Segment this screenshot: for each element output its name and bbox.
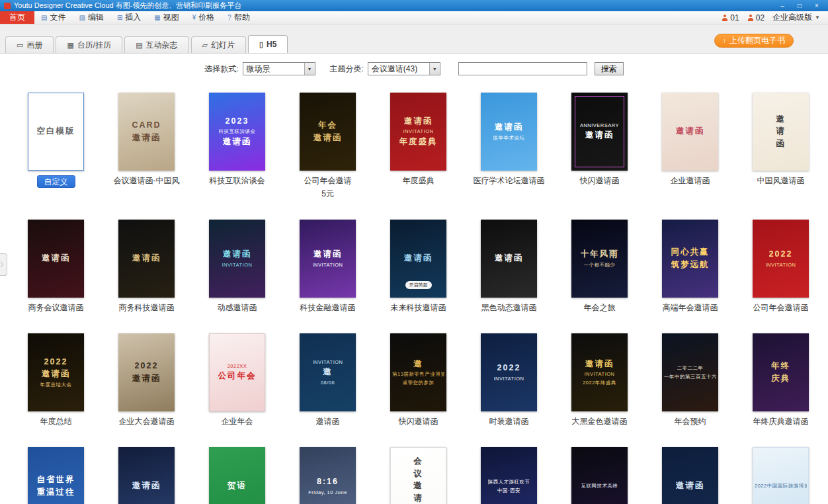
template-thumbnail-text: 会议邀请函 [391,448,446,504]
category-select-value: 会议邀请(43) [372,63,417,75]
template-thumbnail-text: 邀请函 [118,447,175,504]
template-thumbnail[interactable]: 2022INVITATION [481,333,537,411]
search-button[interactable]: 搜索 [595,62,624,75]
user-badge-2[interactable]: 02 [747,13,765,22]
template-thumbnail[interactable]: 陕西人才游狂欢节中国·西安 [481,447,537,504]
template-label: 年度盛典 [373,175,464,187]
template-thumbnail[interactable]: 邀请函 开启简篇 [390,220,446,298]
search-input[interactable] [458,62,587,75]
template-thumbnail[interactable]: 年终庆典 [753,333,809,411]
account-menu[interactable]: 企业高级版 ▼ [772,12,820,23]
template-card: 8:16Friday, 10 June [300,447,356,504]
tabstrip: ▭ 画册 ▦ 台历/挂历 ▤ 互动杂志 ▱ 幻灯片 ▯ H5 ↑ 上传翻页电子书 [0,24,828,54]
menu-insert[interactable]: ⊞ 插入 [110,11,147,24]
template-thumbnail[interactable]: 贺语 [209,447,265,504]
template-thumbnail[interactable]: 邀请函 [118,447,175,504]
template-thumbnail[interactable]: 2022中国国际旅游博览会 [753,447,809,504]
template-thumbnail[interactable]: 二零二二年一年中的第三百五十六天 [662,333,718,411]
template-thumbnail[interactable]: INVITATION邀08/06 [300,333,356,411]
template-thumbnail[interactable]: 邀请函 [662,447,718,504]
template-thumbnail[interactable]: ANNIVERSARY邀请函 [571,93,628,171]
template-thumbnail[interactable]: 邀第13届新零售产业博览会诚挚您的参加 [390,333,446,411]
template-thumbnail[interactable]: 邀请函INVITATION [300,220,356,298]
template-label: 快闪邀请函 [373,416,464,427]
template-thumbnail-text: 空白模版 [28,93,83,170]
template-thumbnail-text: 2022邀请函年度总结大会 [28,333,84,411]
template-thumbnail-text: 邀请函 [481,220,537,298]
template-thumbnail[interactable]: 邀请函医学学术论坛 [481,93,537,171]
template-thumbnail-text: 互联网技术高峰 [571,447,628,504]
template-card: 同心共赢筑梦远航 高端年会邀请函 [662,220,718,314]
template-thumbnail[interactable]: 邀请函 [118,220,175,298]
help-icon: ? [228,14,231,21]
window-title: Youtu Designer Creative Cloud 有图-领先的创意、营… [14,1,778,11]
template-card: 自省世界重温过往 [28,447,84,504]
template-thumbnail[interactable]: 2022XX公司年会 [209,333,265,411]
template-thumbnail-text: 2022邀请函 [118,333,175,411]
template-label: 商务会议邀请函 [11,302,101,314]
tab-calendar[interactable]: ▦ 台历/挂历 [56,36,122,53]
account-label: 企业高级版 [772,12,812,23]
template-label: 年会之旅 [554,302,645,314]
maximize-button[interactable]: □ [795,2,804,9]
template-thumbnail-text: INVITATION邀08/06 [300,333,356,411]
sidebar-collapse-handle[interactable]: 〉 [0,253,7,276]
template-thumbnail[interactable]: 2022INVITATION [753,220,809,298]
menu-help[interactable]: ? 帮助 [221,11,257,24]
template-thumbnail-text: 2023科技互联洽谈会邀请函 [209,93,265,171]
template-thumbnail[interactable]: 邀请函 [28,220,84,298]
template-thumbnail[interactable]: 互联网技术高峰 [571,447,628,504]
template-thumbnail[interactable]: 会议邀请函 [390,447,446,504]
template-thumbnail[interactable]: 年会邀请函 [300,93,356,171]
menu-view[interactable]: ▦ 视图 [147,11,185,24]
template-thumbnail[interactable]: 2022邀请函 [118,333,175,411]
template-card: 十年风雨一个都不能少 年会之旅 [571,220,628,314]
template-label: 时装邀请函 [464,416,554,427]
menu-price[interactable]: ¥ 价格 [186,11,222,24]
template-thumbnail[interactable]: 空白模版 [28,93,84,171]
template-thumbnail[interactable]: 同心共赢筑梦远航 [662,220,718,298]
customize-button[interactable]: 自定义 [37,175,75,188]
template-label: 年度总结 [11,416,101,427]
template-thumbnail[interactable]: 邀请函INVITATION年度盛典 [390,93,446,171]
menu-home[interactable]: 首页 [0,11,34,24]
menu-edit[interactable]: ▨ 编辑 [72,11,110,24]
upload-ebook-button[interactable]: ↑ 上传翻页电子书 [714,34,794,48]
template-label: 企业邀请函 [645,175,735,187]
template-thumbnail[interactable]: CARD邀请函 [118,93,175,171]
chevron-down-icon: ▼ [815,15,820,21]
template-label: 动感邀请函 [192,302,282,314]
template-thumbnail[interactable]: 十年风雨一个都不能少 [571,220,628,298]
template-card: 邀请函 商务会议邀请函 [28,220,84,314]
template-thumbnail-text: 邀请函 [118,220,175,298]
template-thumbnail[interactable]: 邀请函INVITATION [209,220,265,298]
template-thumbnail[interactable]: 2023科技互联洽谈会邀请函 [209,93,265,171]
minimize-button[interactable]: – [778,2,787,9]
template-thumbnail[interactable]: 邀请函 [662,93,718,171]
template-card: 贺语 [209,447,265,504]
user-badge-1[interactable]: 01 [722,13,739,22]
template-thumbnail[interactable]: 2022邀请函年度总结大会 [28,333,84,411]
tab-h5-label: H5 [267,40,276,49]
style-select[interactable]: 微场景 ▾ [243,62,315,75]
template-thumbnail[interactable]: 邀请函 [481,220,537,298]
tab-magazine[interactable]: ▤ 互动杂志 [124,36,188,53]
category-filter-label: 主题分类: [330,63,364,75]
template-thumbnail-text: 邀请函INVITATION2022年终盛典 [571,333,628,411]
content-area: 选择款式: 微场景 ▾ 主题分类: 会议邀请(43) ▾ 搜索 空白模版 自定义… [0,62,828,504]
template-card: 空白模版 自定义 [28,93,84,200]
close-button[interactable]: × [812,2,821,9]
template-thumbnail[interactable]: 自省世界重温过往 [28,447,84,504]
tab-h5[interactable]: ▯ H5 [248,35,288,53]
template-thumbnail-text: 邀请函INVITATION年度盛典 [390,93,446,171]
menu-file[interactable]: ▤ 文件 [34,11,72,24]
template-card: 2023科技互联洽谈会邀请函 科技互联洽谈会 [209,93,265,200]
template-thumbnail[interactable]: 邀请函INVITATION2022年终盛典 [571,333,628,411]
tab-slides[interactable]: ▱ 幻灯片 [191,36,246,53]
category-select[interactable]: 会议邀请(43) ▾ [368,62,440,75]
template-thumbnail[interactable]: 邀请函 [753,93,809,171]
template-thumbnail[interactable]: 8:16Friday, 10 June [300,447,356,504]
tab-albums[interactable]: ▭ 画册 [5,36,54,53]
calendar-icon: ▦ [67,41,73,50]
template-card: 年终庆典 年终庆典邀请函 [753,333,809,427]
